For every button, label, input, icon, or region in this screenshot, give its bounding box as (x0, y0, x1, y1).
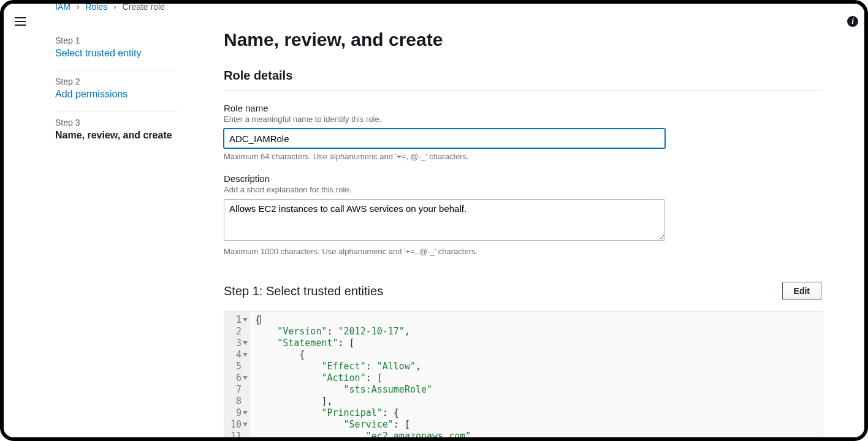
description-hint: Add a short explanation for this role. (224, 185, 671, 194)
description-input[interactable]: Allows EC2 instances to call AWS service… (224, 199, 665, 241)
code-body[interactable]: { "Version": "2012-10-17", "Statement": … (250, 312, 476, 437)
breadcrumb-current: Create role (123, 4, 165, 12)
description-label: Description (224, 173, 671, 184)
edit-trusted-entities-button[interactable]: Edit (782, 282, 821, 300)
sidebar-step-add-permissions[interactable]: Add permissions (55, 89, 178, 100)
section-role-details: Role details (224, 69, 821, 91)
role-name-help: Maximum 64 characters. Use alphanumeric … (224, 152, 671, 161)
breadcrumb-iam[interactable]: IAM (55, 4, 70, 12)
wizard-sidebar: Step 1 Select trusted entity Step 2 Add … (4, 27, 227, 437)
role-name-label: Role name (224, 103, 671, 113)
role-name-input[interactable] (224, 129, 665, 148)
sidebar-step-name-review-create: Name, review, and create (55, 130, 178, 141)
step1-review-title: Step 1: Select trusted entities (224, 284, 383, 298)
page-title: Name, review, and create (224, 29, 840, 50)
main-content: Name, review, and create Role details Ro… (224, 27, 864, 437)
breadcrumb: IAM › Roles › Create role (55, 4, 165, 12)
info-icon[interactable]: i (847, 16, 858, 27)
description-help: Maximum 1000 characters. Use alphanumeri… (224, 247, 671, 256)
sidebar-step-select-trusted-entity[interactable]: Select trusted entity (55, 48, 178, 59)
trust-policy-editor[interactable]: 1 2 3 4 5 6 7 8 9 10 11 { "Version": "20… (224, 311, 823, 437)
step2-num: Step 2 (55, 77, 178, 86)
role-name-hint: Enter a meaningful name to identify this… (224, 115, 671, 124)
code-gutter: 1 2 3 4 5 6 7 8 9 10 11 (224, 312, 250, 437)
step1-num: Step 1 (55, 36, 178, 45)
menu-icon[interactable] (15, 17, 26, 26)
step3-num: Step 3 (55, 118, 178, 127)
breadcrumb-roles[interactable]: Roles (85, 4, 107, 12)
